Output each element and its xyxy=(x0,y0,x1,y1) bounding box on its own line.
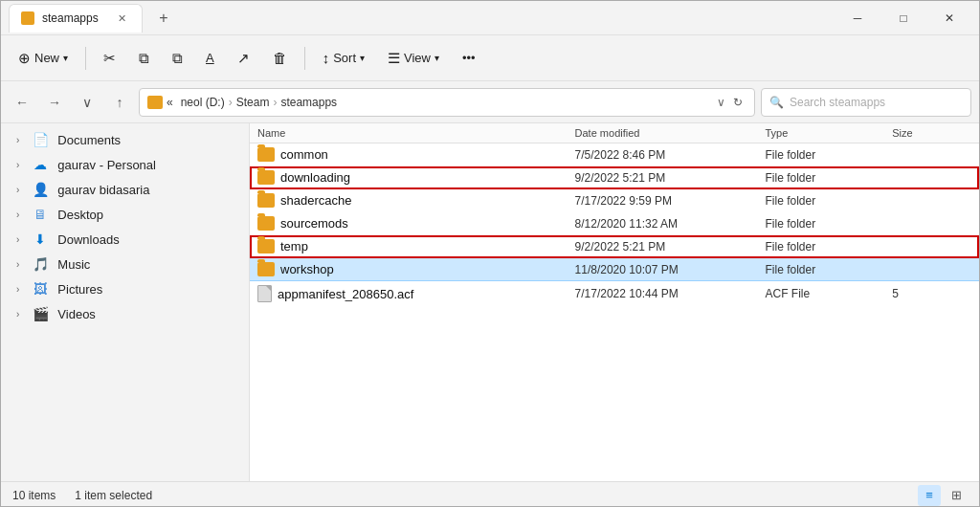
col-header-size[interactable]: Size xyxy=(892,127,971,139)
file-list-header: Name Date modified Type Size xyxy=(250,123,979,143)
status-bar: 10 items 1 item selected ≡ ⊞ xyxy=(1,481,979,507)
file-date: 9/2/2022 5:21 PM xyxy=(575,240,766,254)
file-type: ACF File xyxy=(766,287,893,300)
tab-title: steamapps xyxy=(42,11,99,25)
refresh-button[interactable]: ↻ xyxy=(729,94,746,111)
sidebar-item-desktop[interactable]: › 🖥 Desktop xyxy=(1,202,249,227)
address-chevron-icon[interactable]: ∨ xyxy=(717,96,725,109)
sort-button[interactable]: ↕ Sort ▾ xyxy=(313,44,374,72)
paste-button[interactable]: ⧉ xyxy=(163,44,192,73)
active-tab[interactable]: steamapps ✕ xyxy=(9,4,143,33)
file-date: 7/5/2022 8:46 PM xyxy=(575,148,766,162)
file-name-text: workshop xyxy=(280,262,334,276)
file-date: 7/17/2022 9:59 PM xyxy=(575,194,766,208)
sidebar-label-videos: Videos xyxy=(57,307,96,321)
documents-icon: 📄 xyxy=(31,132,50,147)
videos-icon: 🎬 xyxy=(31,306,50,321)
sort-icon: ↕ xyxy=(323,50,330,66)
delete-button[interactable]: 🗑 xyxy=(263,44,297,72)
chevron-icon: › xyxy=(16,185,19,195)
tiles-view-button[interactable]: ⊞ xyxy=(945,485,968,506)
sidebar-item-user[interactable]: › 👤 gaurav bidasaria xyxy=(1,177,249,202)
sidebar-label-desktop: Desktop xyxy=(57,208,103,222)
file-type: File folder xyxy=(766,148,893,162)
breadcrumb-path1[interactable]: Steam xyxy=(236,96,270,109)
col-header-date[interactable]: Date modified xyxy=(575,127,766,139)
sidebar-item-videos[interactable]: › 🎬 Videos xyxy=(1,301,249,326)
breadcrumb-prefix: « xyxy=(167,96,173,109)
close-button[interactable]: ✕ xyxy=(927,3,971,33)
up-button[interactable]: ↑ xyxy=(106,89,133,116)
table-row[interactable]: workshop 11/8/2020 10:07 PM File folder xyxy=(250,258,979,281)
chevron-icon: › xyxy=(16,209,19,220)
file-name: temp xyxy=(257,239,575,254)
paste-icon: ⧉ xyxy=(172,50,183,67)
address-bar[interactable]: « neol (D:) › Steam › steamapps ∨ ↻ xyxy=(139,88,755,117)
file-size: 5 xyxy=(892,287,971,300)
maximize-button[interactable]: □ xyxy=(881,3,925,33)
breadcrumb-drive[interactable]: neol (D:) xyxy=(181,96,225,109)
file-name: shadercache xyxy=(257,193,575,208)
file-name-text: downloading xyxy=(280,170,350,185)
more-label: ••• xyxy=(462,51,476,65)
breadcrumb-path2[interactable]: steamapps xyxy=(280,96,337,109)
back-button[interactable]: ← xyxy=(9,89,35,116)
file-date: 7/17/2022 10:44 PM xyxy=(575,287,766,300)
sidebar-label-documents: Documents xyxy=(57,133,121,147)
chevron-icon: › xyxy=(16,309,19,320)
forward-button[interactable]: → xyxy=(41,89,68,116)
address-folder-icon xyxy=(147,96,163,109)
tab-close-button[interactable]: ✕ xyxy=(114,11,130,27)
new-tab-button[interactable]: + xyxy=(150,5,177,32)
file-name: downloading xyxy=(257,170,575,185)
new-label: New xyxy=(34,51,59,65)
table-row[interactable]: downloading 9/2/2022 5:21 PM File folder xyxy=(250,166,979,189)
table-row[interactable]: shadercache 7/17/2022 9:59 PM File folde… xyxy=(250,189,979,212)
search-box[interactable]: 🔍 Search steamapps xyxy=(761,88,971,117)
sidebar-item-personal[interactable]: › ☁ gaurav - Personal xyxy=(1,152,249,177)
file-rows-container: common 7/5/2022 8:46 PM File folder down… xyxy=(250,143,979,307)
file-type: File folder xyxy=(766,217,893,231)
cloud-icon: ☁ xyxy=(31,157,50,172)
folder-icon xyxy=(257,262,275,276)
sidebar-label-user: gaurav bidasaria xyxy=(57,183,149,197)
file-date: 11/8/2020 10:07 PM xyxy=(575,263,766,276)
folder-icon xyxy=(257,216,275,231)
file-name: sourcemods xyxy=(257,216,575,231)
rename-icon: A xyxy=(206,51,214,65)
more-button[interactable]: ••• xyxy=(453,45,485,71)
file-icon xyxy=(257,285,272,302)
view-toggle: ≡ ⊞ xyxy=(918,485,968,506)
minimize-button[interactable]: ─ xyxy=(835,3,880,33)
sidebar-item-downloads[interactable]: › ⬇ Downloads xyxy=(1,227,249,252)
sidebar-item-documents[interactable]: › 📄 Documents xyxy=(1,127,249,152)
details-view-button[interactable]: ≡ xyxy=(918,485,941,506)
file-name-text: shadercache xyxy=(280,193,351,208)
folder-icon xyxy=(257,193,275,208)
table-row[interactable]: appmanifest_208650.acf 7/17/2022 10:44 P… xyxy=(250,281,979,307)
window-controls: ─ □ ✕ xyxy=(835,3,971,33)
sidebar-item-music[interactable]: › 🎵 Music xyxy=(1,252,249,276)
file-name: appmanifest_208650.acf xyxy=(257,285,575,302)
title-bar: steamapps ✕ + ─ □ ✕ xyxy=(1,1,979,35)
title-bar-left: steamapps ✕ + xyxy=(9,4,835,33)
recent-locations-button[interactable]: ∨ xyxy=(74,89,100,116)
table-row[interactable]: temp 9/2/2022 5:21 PM File folder xyxy=(250,235,979,258)
sidebar-label-downloads: Downloads xyxy=(57,232,119,247)
view-button[interactable]: ☰ View ▾ xyxy=(378,44,449,73)
table-row[interactable]: sourcemods 8/12/2020 11:32 AM File folde… xyxy=(250,212,979,235)
col-header-type[interactable]: Type xyxy=(766,127,893,139)
share-button[interactable]: ↗ xyxy=(228,44,259,73)
table-row[interactable]: common 7/5/2022 8:46 PM File folder xyxy=(250,143,979,166)
col-header-name[interactable]: Name xyxy=(257,127,575,139)
sort-label: Sort xyxy=(333,51,356,65)
file-name: common xyxy=(257,147,575,162)
rename-button[interactable]: A xyxy=(196,45,224,71)
cut-icon: ✂ xyxy=(103,50,116,67)
nav-bar: ← → ∨ ↑ « neol (D:) › Steam › steamapps … xyxy=(1,81,979,123)
cut-button[interactable]: ✂ xyxy=(94,44,125,73)
copy-button[interactable]: ⧉ xyxy=(129,44,159,73)
sidebar: › 📄 Documents › ☁ gaurav - Personal › 👤 … xyxy=(1,123,250,481)
new-button[interactable]: ⊕ New ▾ xyxy=(9,44,78,73)
sidebar-item-pictures[interactable]: › 🖼 Pictures xyxy=(1,276,249,301)
